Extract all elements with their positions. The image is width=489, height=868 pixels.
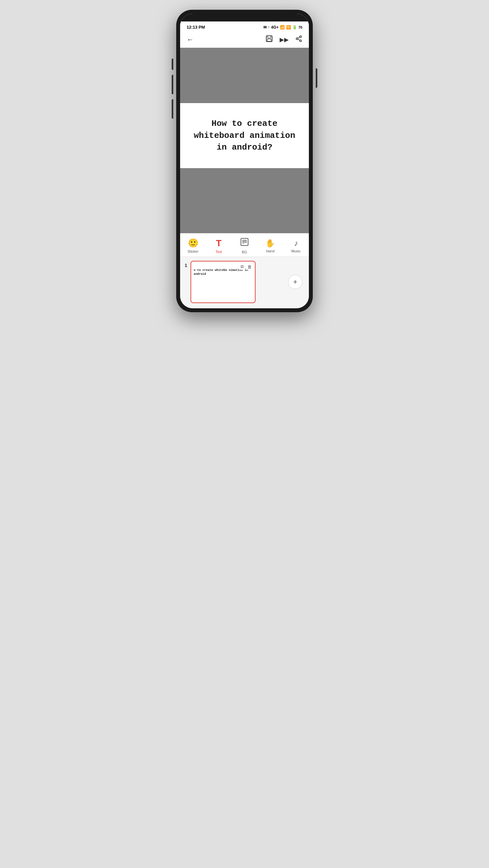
bg-label: BG <box>242 250 247 254</box>
music-icon: ♪ <box>294 239 298 248</box>
toolbar-left: ← <box>187 35 194 44</box>
play-button[interactable]: ▶ <box>280 36 289 43</box>
volume-down-button <box>172 75 173 94</box>
status-icons: ✉ ↑ 4G+ 📶 🛜 🔋 70 <box>263 25 302 30</box>
battery-level: 70 <box>298 25 302 29</box>
toolbar-item-music[interactable]: ♪ Music <box>283 239 309 253</box>
slide-number: 1 <box>185 263 187 268</box>
power-button <box>316 68 317 88</box>
status-bar: 12:13 PM ✉ ↑ 4G+ 📶 🛜 🔋 70 <box>180 22 309 32</box>
phone-screen: 12:13 PM ✉ ↑ 4G+ 📶 🛜 🔋 70 ← <box>180 14 309 308</box>
slides-area: 1 ⧉ 🗑 v to create whitebo nimation in an… <box>180 257 309 308</box>
svg-rect-9 <box>242 240 247 243</box>
toolbar-item-text[interactable]: T Text <box>206 238 231 254</box>
back-button[interactable]: ← <box>187 35 194 44</box>
bg-icon <box>240 238 249 249</box>
svg-line-7 <box>298 39 300 40</box>
save-button[interactable] <box>265 35 273 44</box>
toolbar-item-sticker[interactable]: 🙂 Sticker <box>180 238 206 253</box>
status-time: 12:13 PM <box>187 25 205 30</box>
upload-icon: ↑ <box>268 25 270 30</box>
slide-delete-button[interactable]: 🗑 <box>246 264 253 270</box>
phone-device: 12:13 PM ✉ ↑ 4G+ 📶 🛜 🔋 70 ← <box>176 10 313 312</box>
text-label: Text <box>216 250 222 254</box>
toolbar-item-bg[interactable]: BG <box>231 238 257 254</box>
sticker-label: Sticker <box>188 249 199 253</box>
slide-thumbnail[interactable]: ⧉ 🗑 v to create whitebo nimation in andr… <box>191 261 256 303</box>
top-toolbar: ← ▶ <box>180 32 309 48</box>
notch <box>180 14 309 22</box>
canvas-bottom-gray <box>180 168 309 233</box>
canvas-top-gray <box>180 48 309 103</box>
music-label: Music <box>291 249 301 253</box>
text-icon: T <box>216 238 221 248</box>
hand-icon: ✋ <box>265 239 275 248</box>
volume-up-button <box>172 59 173 70</box>
svg-line-6 <box>298 37 300 38</box>
svg-rect-1 <box>268 36 271 38</box>
battery-icon: 🔋 <box>292 25 297 30</box>
network-icon: 4G+ <box>271 25 279 30</box>
bottom-toolbar: 🙂 Sticker T Text BG ✋ Hand <box>180 233 309 257</box>
slide-actions: ⧉ 🗑 <box>239 264 253 270</box>
svg-point-10 <box>242 243 244 244</box>
canvas-title: How to create whiteboard animation in an… <box>187 118 302 153</box>
toolbar-right: ▶ <box>265 35 302 44</box>
add-slide-button[interactable]: + <box>288 275 302 289</box>
toolbar-item-hand[interactable]: ✋ Hand <box>258 239 283 253</box>
signal-bars-icon: 📶 <box>280 25 285 30</box>
sticker-icon: 🙂 <box>188 238 198 248</box>
canvas-content[interactable]: How to create whiteboard animation in an… <box>180 103 309 168</box>
silent-button <box>172 99 173 119</box>
svg-rect-2 <box>267 39 271 41</box>
slide-copy-button[interactable]: ⧉ <box>239 264 245 270</box>
share-button[interactable] <box>295 35 302 44</box>
wifi-icon: 🛜 <box>286 25 291 30</box>
notification-icon: ✉ <box>263 25 267 30</box>
hand-label: Hand <box>266 249 274 253</box>
canvas-area: How to create whiteboard animation in an… <box>180 48 309 233</box>
